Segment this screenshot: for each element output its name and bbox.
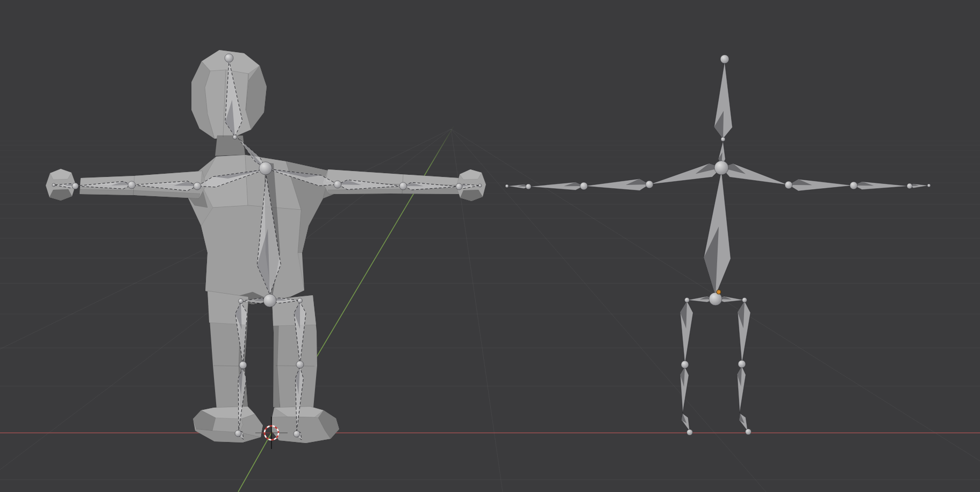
bone-joint-sphere — [239, 299, 244, 304]
bone-joint-sphere — [235, 430, 241, 437]
mesh-facet — [215, 136, 245, 156]
bone-joint-sphere — [478, 184, 482, 187]
bone-joint-sphere — [709, 293, 722, 305]
bone-joint-sphere — [399, 182, 407, 190]
bone-joint-sphere — [259, 162, 272, 175]
blender-3d-viewport[interactable] — [0, 0, 980, 492]
bone-joint-sphere — [128, 181, 135, 189]
bone-joint-sphere — [850, 182, 857, 189]
bone-joint-sphere — [456, 183, 462, 190]
bone-joint-sphere — [687, 430, 693, 436]
bone-joint-sphere — [742, 298, 747, 303]
bone-joint-sphere — [927, 184, 931, 187]
bone-joint-sphere — [738, 360, 746, 368]
viewport-background — [0, 0, 980, 492]
bone-joint-sphere — [239, 361, 247, 369]
bone-joint-sphere — [334, 181, 341, 188]
bone-joint-sphere — [785, 181, 792, 189]
bone-joint-sphere — [296, 361, 304, 368]
bone-joint-sphere — [505, 184, 509, 188]
bone-joint-sphere — [907, 183, 912, 189]
bone-joint-sphere — [298, 298, 303, 303]
bone-joint-sphere — [580, 182, 588, 190]
bone-joint-sphere — [52, 183, 55, 187]
mesh-facet — [201, 205, 304, 304]
bone-joint-sphere — [526, 184, 531, 189]
bone-joint-sphere — [263, 294, 276, 307]
bone-joint-sphere — [646, 181, 653, 188]
bone-joint-sphere — [194, 182, 201, 190]
bone-joint-sphere — [720, 55, 729, 63]
bone-joint-sphere — [746, 429, 752, 435]
bone-joint-sphere — [72, 183, 78, 189]
armature-origin-dot — [717, 290, 721, 294]
bone-joint-sphere — [721, 137, 725, 141]
bone-joint-sphere — [294, 431, 300, 437]
viewport-canvas[interactable] — [0, 0, 980, 492]
bone-joint-sphere — [714, 161, 728, 175]
bone-joint-sphere — [685, 298, 690, 303]
bone-joint-sphere — [233, 135, 237, 139]
bone-joint-sphere — [225, 54, 233, 62]
bone-joint-sphere — [681, 361, 689, 368]
